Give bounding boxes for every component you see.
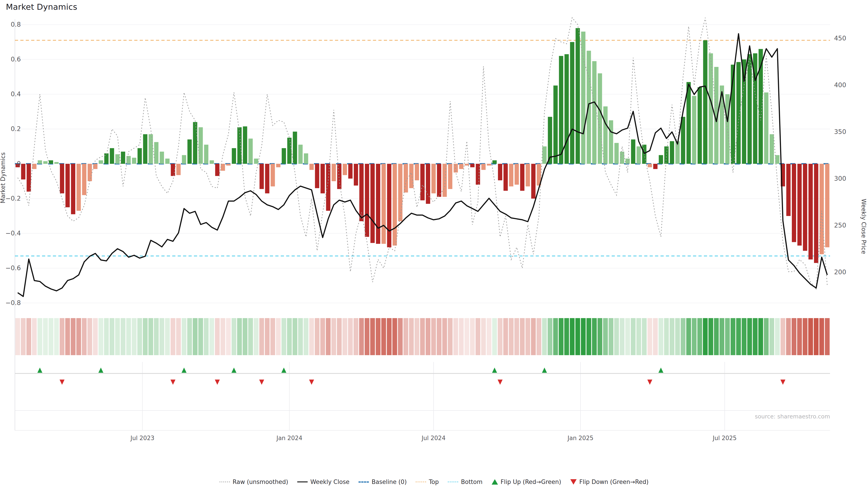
legend-label: Flip Up (Red→Green) xyxy=(501,479,561,485)
legend-label: Flip Down (Green→Red) xyxy=(579,479,649,485)
heatmap-cell xyxy=(475,318,480,355)
right-axis-tick: 300 xyxy=(834,175,846,182)
oscillator-bar xyxy=(110,148,114,164)
oscillator-bar xyxy=(60,164,64,193)
heatmap-cell xyxy=(265,318,270,355)
heatmap-cell xyxy=(281,318,286,355)
oscillator-bar xyxy=(648,164,652,167)
heatmap-cell xyxy=(381,318,386,355)
oscillator-bar xyxy=(149,134,153,164)
oscillator-bar xyxy=(553,86,558,164)
market-dynamics-dashboard: Market Dynamics 0.80.60.40.20−0.2−0.4−0.… xyxy=(0,0,868,488)
heatmap-cell xyxy=(814,318,818,355)
heatmap-cell xyxy=(614,318,619,355)
oscillator-bar xyxy=(254,159,258,164)
source-credit: source: sharemaestro.com xyxy=(755,413,830,420)
chart-canvas: 0.80.60.40.20−0.2−0.4−0.6−0.845040035030… xyxy=(0,0,868,488)
oscillator-bar xyxy=(770,134,774,164)
heatmap-cell xyxy=(764,318,769,355)
oscillator-bar xyxy=(786,164,791,216)
heatmap-cell xyxy=(320,318,325,355)
heatmap-cell xyxy=(708,318,713,355)
heatmap-cell xyxy=(359,318,364,355)
heatmap-cell xyxy=(342,318,347,355)
oscillator-bar xyxy=(520,164,524,191)
x-axis-tick: Jul 2025 xyxy=(712,435,737,442)
heatmap-cell xyxy=(237,318,242,355)
oscillator-bar xyxy=(465,164,469,166)
oscillator-bar xyxy=(137,148,142,164)
oscillator-bar xyxy=(66,164,70,207)
heatmap-cell xyxy=(121,318,125,355)
heatmap-cell xyxy=(16,318,20,355)
legend-item: Flip Up (Red→Green) xyxy=(492,479,561,485)
oscillator-bar xyxy=(326,164,330,211)
oscillator-bar xyxy=(320,164,325,193)
heatmap-cell xyxy=(54,318,59,355)
flip-up-marker xyxy=(542,367,547,373)
oscillator-bar xyxy=(581,32,585,164)
oscillator-bar xyxy=(692,96,696,164)
heatmap-cell xyxy=(647,318,652,355)
flip-down-marker xyxy=(780,380,785,385)
heatmap-cell xyxy=(698,318,702,355)
heatmap-cell xyxy=(170,318,176,355)
raw-swatch-icon xyxy=(219,482,230,482)
oscillator-bar xyxy=(115,154,120,164)
oscillator-bar xyxy=(248,138,253,164)
heatmap-cell xyxy=(376,318,380,355)
heatmap-cell xyxy=(570,318,575,355)
oscillator-bar xyxy=(637,147,641,164)
oscillator-bar xyxy=(348,164,352,178)
oscillator-bar xyxy=(448,164,452,189)
chart-legend: Raw (unsmoothed)Weekly CloseBaseline (0)… xyxy=(0,479,868,485)
oscillator-bar xyxy=(381,164,386,244)
oscillator-bar xyxy=(659,155,663,164)
legend-item: Weekly Close xyxy=(297,479,349,485)
right-axis-tick: 350 xyxy=(834,128,846,135)
heatmap-cell xyxy=(414,318,419,355)
oscillator-bar xyxy=(215,164,219,176)
heatmap-cell xyxy=(193,318,197,355)
heatmap-cell xyxy=(82,318,87,355)
heatmap-cell xyxy=(137,318,142,355)
oscillator-bar xyxy=(609,121,613,164)
heatmap-cell xyxy=(559,318,563,355)
left-axis-tick: −0.6 xyxy=(5,264,21,272)
legend-item: Top xyxy=(416,479,439,485)
left-axis-tick: −0.4 xyxy=(5,230,21,237)
heatmap-cell xyxy=(675,318,680,355)
oscillator-bar xyxy=(559,56,563,164)
heatmap-cell xyxy=(165,318,170,355)
oscillator-bar xyxy=(293,132,297,164)
oscillator-bar xyxy=(614,143,619,164)
oscillator-bar xyxy=(370,164,375,243)
oscillator-bar xyxy=(603,106,608,164)
oscillator-bar xyxy=(737,62,741,164)
heatmap-cell xyxy=(642,318,647,355)
oscillator-bars xyxy=(16,28,829,263)
heatmap-cell xyxy=(393,318,397,355)
heatmap-cell xyxy=(658,318,663,355)
oscillator-bar xyxy=(82,164,86,195)
oscillator-bar xyxy=(21,164,25,180)
left-axis-tick: 0.8 xyxy=(11,21,21,28)
left-axis-title: Market Dynamics xyxy=(0,152,6,203)
legend-item: Bottom xyxy=(448,479,483,485)
heatmap-cell xyxy=(259,318,264,355)
oscillator-bar xyxy=(404,164,408,193)
oscillator-bar xyxy=(814,164,818,263)
heatmap-cell xyxy=(37,318,42,355)
heatmap-cell xyxy=(670,318,674,355)
right-axis-tick: 400 xyxy=(834,81,846,89)
heatmap-cell xyxy=(725,318,730,355)
oscillator-bar xyxy=(587,51,591,164)
heatmap-cell xyxy=(420,318,425,355)
flip-up-marker xyxy=(492,367,497,373)
oscillator-bar xyxy=(304,153,308,164)
heatmap-cell xyxy=(348,318,353,355)
heatmap-cell xyxy=(736,318,741,355)
heatmap-cell xyxy=(226,318,231,355)
oscillator-bar xyxy=(387,164,391,248)
heatmap-cell xyxy=(254,318,258,355)
